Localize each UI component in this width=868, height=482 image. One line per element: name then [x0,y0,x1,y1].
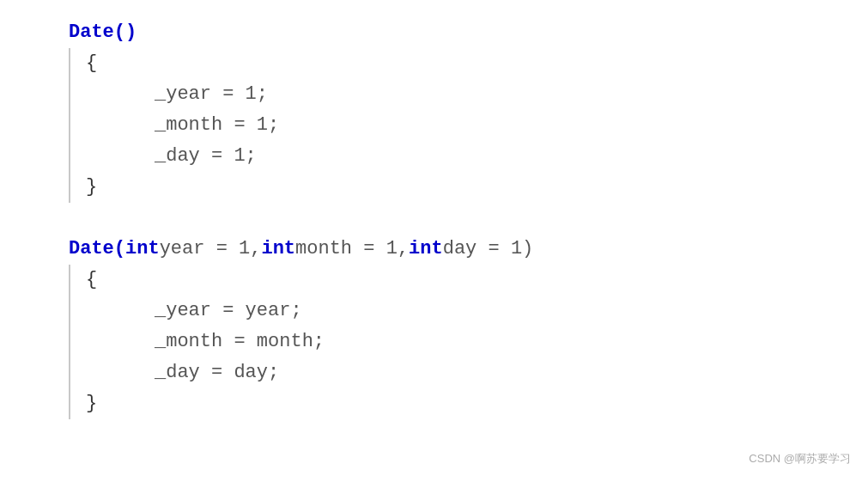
block1-group: { _year = 1; _month = 1; _day = 1; } [69,48,868,203]
date-keyword: Date() [69,17,137,47]
close-brace-2: } [86,388,97,418]
open-brace-2: { [86,265,97,295]
line-day-assign-2: _day = day; [86,357,868,388]
line-date-constructor-params: Date(int year = 1, int month = 1, int da… [69,234,868,265]
line-open-brace-2: { [86,265,868,296]
year-assign-1: _year = 1; [155,79,268,109]
month-assign-1: _month = 1; [155,110,279,140]
code-block: Date() { _year = 1; _month = 1; _day = 1… [69,17,868,419]
int-kw-3: int [409,234,443,264]
day-assign-1: _day = 1; [155,141,257,171]
line-open-brace-1: { [86,48,868,79]
line-date-constructor-default: Date() [69,17,868,48]
watermark: CSDN @啊苏要学习 [749,451,851,467]
month-assign-2: _month = month; [155,326,325,357]
line-day-assign-1: _day = 1; [86,141,868,172]
line-close-brace-1: } [86,172,868,203]
line-close-brace-2: } [86,388,868,419]
empty-line [69,203,868,234]
block2-group: { _year = year; _month = month; _day = d… [69,265,868,419]
line-month-assign-1: _month = 1; [86,110,868,141]
day-assign-2: _day = day; [155,357,279,387]
date-keyword-2: Date( [69,234,125,264]
month-param: month = 1, [295,234,409,264]
code-container: Date() { _year = 1; _month = 1; _day = 1… [0,0,868,482]
int-kw-1: int [125,234,160,264]
open-brace-1: { [86,48,97,78]
line-month-assign-2: _month = month; [86,326,868,357]
close-brace-1: } [86,172,97,202]
int-kw-2: int [261,234,295,264]
line-year-assign-2: _year = year; [86,296,868,326]
line-year-assign-1: _year = 1; [86,79,868,110]
year-assign-2: _year = year; [155,296,302,326]
year-param: year = 1, [160,234,262,264]
day-param: day = 1) [443,234,534,264]
